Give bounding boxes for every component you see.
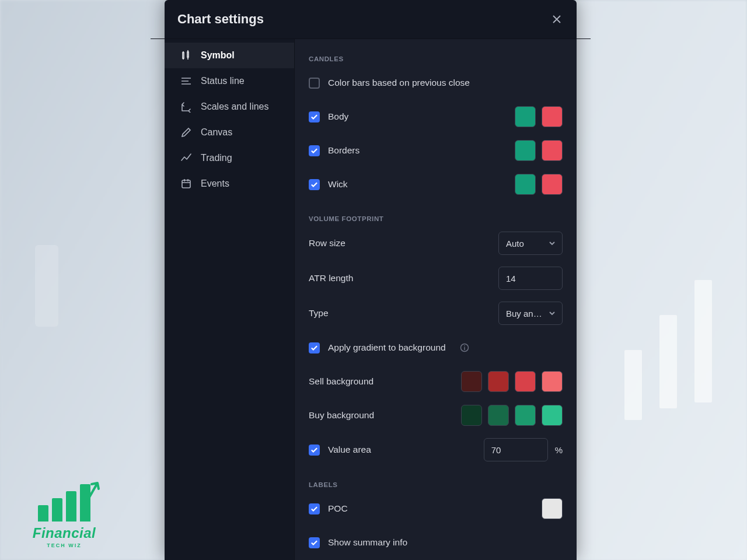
close-button[interactable]: [549, 11, 565, 27]
bg-decoration: [659, 315, 677, 408]
chevron-down-icon: [548, 309, 556, 317]
checkbox-wick[interactable]: [309, 179, 320, 190]
checkbox-value-area[interactable]: [309, 444, 320, 456]
logo-bars-icon: [38, 484, 90, 522]
sidebar-item-trading[interactable]: Trading: [165, 145, 294, 171]
color-buy-bg-4[interactable]: [542, 405, 563, 426]
color-sell-bg-1[interactable]: [461, 371, 482, 392]
trading-icon: [180, 152, 193, 164]
row-sell-background: Sell background: [309, 370, 563, 393]
row-body: Body: [309, 106, 563, 128]
color-borders-up[interactable]: [515, 140, 536, 161]
color-buy-bg-3[interactable]: [515, 405, 536, 426]
row-color-bars-prev-close: Color bars based on previous close: [309, 72, 563, 94]
events-icon: [180, 178, 193, 190]
color-sell-bg-4[interactable]: [542, 371, 563, 392]
settings-sidebar: Symbol Status line Scales and lines Canv…: [165, 39, 294, 560]
label-poc: POC: [328, 503, 348, 514]
row-wick: Wick: [309, 173, 563, 195]
scales-icon: [180, 101, 193, 113]
logo-text-primary: Financial: [33, 525, 96, 541]
settings-content: CANDLES Color bars based on previous clo…: [294, 39, 577, 560]
sidebar-item-events[interactable]: Events: [165, 171, 294, 197]
checkbox-poc[interactable]: [309, 503, 320, 514]
select-value: Auto: [506, 239, 544, 249]
sidebar-item-status-line[interactable]: Status line: [165, 68, 294, 94]
info-icon[interactable]: [460, 343, 469, 352]
row-borders: Borders: [309, 139, 563, 162]
svg-rect-0: [182, 180, 190, 188]
input-atr-length[interactable]: [498, 267, 563, 290]
chevron-down-icon: [548, 239, 556, 247]
modal-header: Chart settings: [165, 0, 577, 38]
color-wick-down[interactable]: [542, 174, 563, 195]
color-body-up[interactable]: [515, 106, 536, 127]
section-title-volume-footprint: VOLUME FOOTPRINT: [309, 215, 563, 222]
brand-logo: Financial TECH WIZ: [18, 484, 111, 548]
modal-body: Symbol Status line Scales and lines Canv…: [165, 39, 577, 560]
logo-text-secondary: TECH WIZ: [47, 542, 82, 548]
sidebar-item-label: Canvas: [201, 127, 232, 138]
row-type: Type Buy and …: [309, 302, 563, 325]
label-buy-bg: Buy background: [309, 410, 374, 421]
sidebar-item-label: Trading: [201, 153, 232, 163]
close-icon: [551, 14, 562, 24]
section-title-candles: CANDLES: [309, 55, 563, 62]
bg-decoration: [35, 245, 58, 327]
chart-settings-modal: Chart settings Symbol Status line: [165, 0, 577, 560]
checkbox-borders[interactable]: [309, 145, 320, 156]
input-value-area[interactable]: [484, 438, 548, 461]
label-apply-gradient: Apply gradient to background: [328, 342, 446, 353]
select-value: Buy and …: [506, 309, 544, 318]
sidebar-item-canvas[interactable]: Canvas: [165, 120, 294, 145]
checkbox-body[interactable]: [309, 111, 320, 123]
label-borders: Borders: [328, 145, 359, 156]
label-atr-length: ATR length: [309, 273, 353, 284]
bg-decoration: [694, 280, 712, 402]
row-buy-background: Buy background: [309, 404, 563, 426]
sell-bg-swatches: [461, 371, 563, 392]
buy-bg-swatches: [461, 405, 563, 426]
row-apply-gradient: Apply gradient to background: [309, 337, 563, 359]
checkbox-apply-gradient[interactable]: [309, 342, 320, 354]
color-body-down[interactable]: [542, 106, 563, 127]
color-sell-bg-2[interactable]: [488, 371, 509, 392]
color-sell-bg-3[interactable]: [515, 371, 536, 392]
label-type: Type: [309, 308, 329, 318]
color-borders-down[interactable]: [542, 140, 563, 161]
arrow-up-icon: [86, 478, 101, 502]
modal-title: Chart settings: [177, 12, 264, 27]
sidebar-item-label: Events: [201, 178, 229, 189]
checkbox-show-summary[interactable]: [309, 537, 320, 548]
bg-decoration: [624, 350, 642, 420]
color-poc[interactable]: [542, 498, 563, 519]
sidebar-item-scales[interactable]: Scales and lines: [165, 94, 294, 120]
label-color-bars-prev-close: Color bars based on previous close: [328, 78, 470, 88]
label-sell-bg: Sell background: [309, 376, 374, 387]
row-poc: POC: [309, 498, 563, 520]
checkbox-color-bars-prev-close[interactable]: [309, 78, 320, 89]
row-show-summary: Show summary info: [309, 531, 563, 554]
label-body: Body: [328, 111, 348, 122]
row-value-area: Value area %: [309, 438, 563, 461]
select-type[interactable]: Buy and …: [498, 302, 563, 325]
label-wick: Wick: [328, 179, 348, 190]
row-atr-length: ATR length: [309, 267, 563, 290]
label-value-area: Value area: [328, 444, 371, 455]
label-show-summary: Show summary info: [328, 537, 407, 548]
color-buy-bg-1[interactable]: [461, 405, 482, 426]
canvas-icon: [180, 127, 193, 138]
select-row-size[interactable]: Auto: [498, 232, 563, 255]
label-row-size: Row size: [309, 238, 345, 249]
row-row-size: Row size Auto: [309, 232, 563, 255]
color-buy-bg-2[interactable]: [488, 405, 509, 426]
candles-icon: [180, 50, 193, 61]
sidebar-item-label: Status line: [201, 76, 245, 86]
sidebar-item-label: Symbol: [201, 50, 235, 61]
unit-percent: %: [555, 445, 563, 455]
color-wick-up[interactable]: [515, 174, 536, 195]
sidebar-item-label: Scales and lines: [201, 102, 269, 112]
section-title-labels: LABELS: [309, 481, 563, 488]
status-line-icon: [180, 75, 193, 87]
sidebar-item-symbol[interactable]: Symbol: [165, 43, 294, 68]
